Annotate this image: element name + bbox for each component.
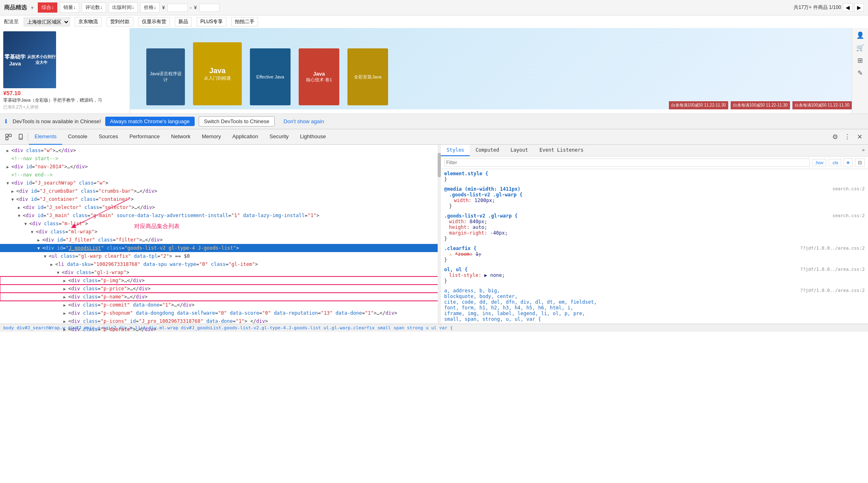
dom-line[interactable]: ▶ <div id="J_crumbsBar" class="crumbs-ba… [0,187,441,195]
styles-tab-event-listeners[interactable]: Event Listeners [534,145,589,156]
dom-line[interactable]: ▼ <div id="J_main" class="g-main" source… [0,211,441,220]
tab-application[interactable]: Application [227,129,264,145]
expand-arrow[interactable]: ▶ [63,310,68,316]
filter-plus[interactable]: PLUS专享 [197,17,226,26]
tab-performance[interactable]: Performance [124,129,165,145]
dom-line[interactable]: ▶ <div id="nav-2014">…</div> [0,163,441,171]
dom-line-p-img[interactable]: ▶ <div class="p-img">…</div> [0,276,441,285]
sort-sales[interactable]: 销量↓ [60,2,79,13]
dom-line-selected[interactable]: ▼ <div id="J_goodsList" class="goods-lis… [0,244,441,252]
switch-chinese-btn[interactable]: Switch DevTools to Chinese [199,116,275,126]
match-language-btn[interactable]: Always match Chrome's language [105,117,195,126]
dom-line-p-shopnum[interactable]: ▶ <div class="p-shopnum" data-dongdong d… [0,309,441,317]
dom-line-p-commit[interactable]: ▶ <div class="p-commit" data-done="1">…<… [0,301,441,309]
expand-arrow[interactable]: ▶ [63,278,68,284]
sidebar-cart-icon[interactable]: 🛒 [856,44,864,52]
device-toggle-btn[interactable] [15,131,27,143]
dom-line[interactable]: ▼ <div class="ml-wrap"> [0,228,441,236]
dom-panel[interactable]: ▶ <div class="w">…</div> <!--nav start--… [0,145,441,332]
dom-content: <div class="p-icons" id="J_pro_100296733… [68,318,268,325]
tab-memory[interactable]: Memory [196,129,227,145]
expand-arrow[interactable]: ▼ [18,213,23,219]
price-max-input[interactable] [199,4,219,12]
dom-line[interactable]: ▶ <div id="J_filter" class="filter">…</d… [0,236,441,244]
styles-tab-styles[interactable]: Styles [441,145,470,156]
dom-line[interactable]: ▼ <div class="gl-i-wrap"> [0,268,441,276]
expand-arrow[interactable]: ▼ [57,270,62,276]
expand-arrow[interactable]: ▶ [63,294,68,300]
dom-scrollbar[interactable] [438,145,441,324]
filter-second-hand[interactable]: 拍拍二手 [231,17,258,26]
sort-reviews[interactable]: 评论数↓ [82,2,106,13]
expand-arrow[interactable]: ▼ [24,221,29,227]
tab-security[interactable]: Security [264,129,294,145]
filter-cod[interactable]: 货到付款 [106,17,133,26]
tab-elements[interactable]: Elements [29,129,62,145]
expand-arrow[interactable]: ▶ [50,261,55,268]
tab-lighthouse[interactable]: Lighthouse [294,129,332,145]
tab-sources[interactable]: Sources [93,129,124,145]
price-min-input[interactable] [167,4,188,12]
tab-console[interactable]: Console [62,129,93,145]
product-area: 商品精选 ▼ 综合↓ 销量↓ 评论数↓ 出版时间↓ 价格↓ ¥ - ¥ 共17万… [0,0,868,114]
dom-line[interactable]: ▶ <div class="w">…</div> [0,146,441,154]
sort-date[interactable]: 出版时间↓ [108,2,138,13]
dom-line[interactable]: ▼ <ul class="gl-warp clearfix" data-tpl=… [0,252,441,260]
dom-line-p-name[interactable]: ▶ <div class="p-name">…</div> [0,293,441,301]
expand-arrow[interactable]: ▶ [63,302,68,308]
dom-line[interactable]: <!--nav end--> [0,171,441,179]
toggle-sidebar-btn[interactable]: ⊟ [855,159,865,167]
expand-arrow[interactable]: ▶ [11,188,16,194]
expand-arrow[interactable]: ▶ [7,148,11,154]
dom-line-p-operate[interactable]: ▶ <div class="p-operate">…</div> [0,325,441,332]
dom-content: <div class="gl-i-wrap"> [62,269,129,276]
class-filter-btn[interactable]: .cls [829,159,841,166]
breadcrumb-item-var[interactable]: var { [439,325,453,331]
styles-tab-computed[interactable]: Computed [470,145,505,156]
settings-btn[interactable]: ⚙ [829,131,841,143]
tab-network[interactable]: Network [165,129,196,145]
more-options-btn[interactable]: ⋮ [841,131,853,143]
sidebar-user-icon[interactable]: 👤 [856,31,864,39]
expand-arrow[interactable]: ▼ [11,196,16,202]
sort-price[interactable]: 价格↓ [140,2,160,13]
styles-tab-layout[interactable]: Layout [505,145,534,156]
sidebar-edit-icon[interactable]: ✎ [857,69,863,77]
prev-page-btn[interactable]: ◀ [843,3,853,12]
expand-arrow[interactable]: ▼ [44,253,49,259]
expand-arrow[interactable]: ▶ [18,205,23,211]
dom-line-p-price[interactable]: ▶ <div class="p-price">…</div> [0,285,441,293]
expand-arrow[interactable]: ▶ [63,286,68,292]
styles-more-btn[interactable]: » [859,145,868,156]
filter-in-stock[interactable]: 仅显示有货 [138,17,170,26]
element-picker-btn[interactable] [2,131,15,143]
expand-arrow[interactable]: ▶ [63,326,68,332]
delivery-region-select[interactable]: 上海徐汇区域区 [24,17,70,26]
hover-filter-btn[interactable]: :hov [812,159,827,166]
expand-arrow[interactable]: ▶ [63,318,68,324]
sidebar-grid-icon[interactable]: ⊞ [857,57,863,64]
dom-line[interactable]: ▼ <div id="J_searchWrap" class="w"> [0,179,441,187]
expand-arrow[interactable]: ▶ [37,237,42,243]
expand-arrow[interactable]: ▼ [31,229,36,235]
dom-line-p-icons[interactable]: ▶ <div class="p-icons" id="J_pro_1002967… [0,317,441,325]
dom-line[interactable]: ▼ <div class="m-list"> [0,220,441,228]
expand-arrow[interactable]: ▼ [7,180,11,186]
expand-arrow-selected[interactable]: ▼ [37,245,42,251]
dont-show-btn[interactable]: Don't show again [279,117,329,126]
dom-line[interactable]: ▶ <li data-sku="10029673318768" data-spu… [0,260,441,268]
filter-new[interactable]: 新品 [175,17,192,26]
dom-line[interactable]: <!--nav start--> [0,154,441,163]
promo-tag-1: 白条每满100减50 11.22-11.30 [669,101,728,109]
sort-comprehensive[interactable]: 综合↓ [38,2,57,13]
add-style-btn[interactable]: + [844,158,853,167]
dom-scrollbar-thumb[interactable] [438,153,441,177]
filter-jd-logistics[interactable]: 京东物流 [75,17,102,26]
product-card: 零基础学Java从技术小白到行业大牛 ¥57.10 零基础学Java（全彩版）手… [3,31,126,110]
dom-line[interactable]: ▼ <div id="J_container" class="container… [0,195,441,203]
next-page-btn[interactable]: ▶ [854,3,864,12]
dom-line[interactable]: ▶ <div id="J_selector" class="selector">… [0,203,441,211]
styles-filter-input[interactable] [444,159,810,167]
expand-arrow[interactable]: ▶ [7,164,11,170]
close-devtools-btn[interactable]: ✕ [853,131,866,143]
